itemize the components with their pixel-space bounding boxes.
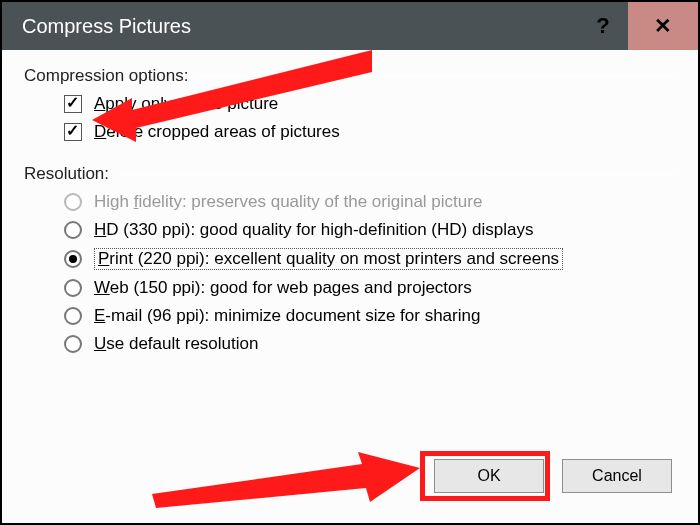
radio-print[interactable]: Print (220 ppi): excellent quality on mo… [64, 248, 676, 270]
radio-email-label: E-mail (96 ppi): minimize document size … [94, 306, 480, 326]
dialog-body: Compression options: Apply only to this … [2, 50, 698, 523]
section-compression: Compression options: [24, 66, 676, 86]
radio-high-fidelity: High fidelity: preserves quality of the … [64, 192, 676, 212]
dialog-window: Compress Pictures ? ✕ Compression option… [0, 0, 700, 525]
radio-hd[interactable]: HD (330 ppi): good quality for high-defi… [64, 220, 676, 240]
radio-default[interactable]: Use default resolution [64, 334, 676, 354]
radio-web-label: Web (150 ppi): good for web pages and pr… [94, 278, 472, 298]
divider [198, 76, 676, 77]
cancel-button[interactable]: Cancel [562, 459, 672, 493]
radio-icon [64, 193, 82, 211]
option-delete-cropped-label: Delete cropped areas of pictures [94, 122, 340, 142]
ok-button[interactable]: OK [434, 459, 544, 493]
radio-hd-label: HD (330 ppi): good quality for high-defi… [94, 220, 533, 240]
radio-icon[interactable] [64, 279, 82, 297]
title-bar: Compress Pictures ? ✕ [2, 2, 698, 50]
section-resolution: Resolution: [24, 164, 676, 184]
radio-icon[interactable] [64, 221, 82, 239]
checkbox-apply-only[interactable] [64, 95, 82, 113]
radio-icon[interactable] [64, 307, 82, 325]
checkbox-delete-cropped[interactable] [64, 123, 82, 141]
radio-email[interactable]: E-mail (96 ppi): minimize document size … [64, 306, 676, 326]
divider [119, 174, 676, 175]
window-title: Compress Pictures [22, 15, 191, 38]
option-delete-cropped[interactable]: Delete cropped areas of pictures [64, 122, 676, 142]
section-resolution-label: Resolution: [24, 164, 109, 184]
option-apply-only[interactable]: Apply only to this picture [64, 94, 676, 114]
help-button[interactable]: ? [578, 2, 628, 50]
close-button[interactable]: ✕ [628, 2, 698, 50]
radio-high-fidelity-label: High fidelity: preserves quality of the … [94, 192, 482, 212]
window-buttons: ? ✕ [578, 2, 698, 50]
dialog-buttons: OK Cancel [434, 459, 672, 493]
section-compression-label: Compression options: [24, 66, 188, 86]
radio-icon[interactable] [64, 250, 82, 268]
radio-print-label: Print (220 ppi): excellent quality on mo… [94, 248, 563, 270]
radio-icon[interactable] [64, 335, 82, 353]
option-apply-only-label: Apply only to this picture [94, 94, 278, 114]
radio-default-label: Use default resolution [94, 334, 258, 354]
radio-web[interactable]: Web (150 ppi): good for web pages and pr… [64, 278, 676, 298]
